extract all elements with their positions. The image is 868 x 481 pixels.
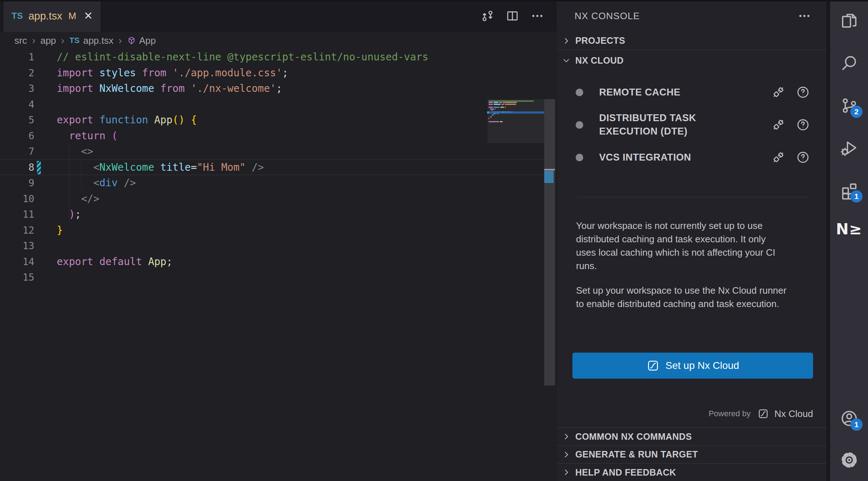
breadcrumb-separator: › [61,35,64,46]
breadcrumb-item-src[interactable]: src [14,35,27,46]
code-line-3[interactable]: 3import NxWelcome from './nx-welcome'; [0,81,428,97]
help-icon[interactable] [796,118,810,132]
panel-title: NX CONSOLE [575,10,640,22]
line-number: 8 [0,162,34,173]
editor-group: TS app.tsx M ✕ src›app›TSapp.tsx›App 1//… [0,0,557,481]
line-number: 4 [0,99,34,110]
line-number: 1 [0,51,34,63]
code-line-4[interactable]: 4 [0,97,428,112]
feature-row-vcs-integration: VCS INTEGRATION [557,145,826,169]
feature-row-remote-cache: REMOTE CACHE [557,80,826,104]
close-tab-icon[interactable]: ✕ [84,10,93,21]
line-number: 12 [0,225,34,236]
line-number: 5 [0,114,34,125]
powered-by-nx-cloud[interactable]: Powered by Nx Cloud [709,406,813,422]
description-paragraph: Your workspace is not currently set up t… [576,219,788,273]
section-label: HELP AND FEEDBACK [575,467,676,478]
activity-item-explorer[interactable] [830,10,868,32]
connect-icon[interactable] [772,85,785,99]
line-number: 15 [0,272,34,283]
chevron-right-icon [562,36,571,46]
chevron-right-icon [562,450,571,459]
activity-item-search[interactable] [830,52,868,74]
chevron-right-icon [562,468,571,477]
line-number: 9 [0,177,34,188]
nx-icon: N≥ [836,220,862,238]
more-actions-icon[interactable] [530,8,545,24]
connect-icon[interactable] [772,150,785,164]
code-line-6[interactable]: 6 return ( [0,128,428,144]
feature-label: DISTRIBUTED TASK EXECUTION (DTE) [599,111,729,138]
activity-item-settings[interactable] [830,449,868,471]
overview-ruler-line [544,169,555,170]
code-line-11[interactable]: 11 ); [0,207,428,222]
code-text: export default App; [57,256,172,268]
breadcrumb-label: src [14,35,27,46]
breadcrumb-label: app.tsx [83,35,113,46]
breadcrumb-item-app-tsx[interactable]: TSapp.tsx [69,35,113,46]
activity-bar: 21N≥1 [830,0,868,481]
code-line-7[interactable]: 7 <> [0,144,428,159]
code-line-10[interactable]: 10 </> [0,191,428,207]
code-text: return ( [57,130,118,142]
code-text: ); [57,208,81,220]
code-text: } [57,224,63,236]
breadcrumb-item-app[interactable]: App [127,35,156,46]
editor-tab-bar: TS app.tsx M ✕ [0,0,557,32]
nx-cloud-description: Your workspace is not currently set up t… [576,219,788,311]
status-bullet [576,89,583,96]
vscode-window: TS app.tsx M ✕ src›app›TSapp.tsx›App 1//… [0,0,868,481]
breadcrumb-label: app [40,35,56,46]
nx-cloud-brand-label: Nx Cloud [774,408,813,420]
powered-by-label: Powered by [709,409,751,418]
feature-actions [772,150,810,164]
activity-item-source-control[interactable]: 2 [830,95,868,116]
setup-nx-cloud-button[interactable]: Set up Nx Cloud [572,353,813,379]
open-changes-icon[interactable] [480,8,495,24]
section-label: NX CLOUD [575,55,624,66]
editor-scrollbar[interactable] [544,99,555,386]
activity-item-run-debug[interactable] [830,137,868,159]
help-icon[interactable] [796,85,810,99]
code-line-1[interactable]: 1// eslint-disable-next-line @typescript… [0,49,428,65]
code-line-8[interactable]: 8 <NxWelcome title="Hi Mom" /> [0,159,428,175]
section-help-and-feedback[interactable]: HELP AND FEEDBACK [557,463,826,481]
overview-ruler-modified-marker [544,171,554,183]
code-lines: 1// eslint-disable-next-line @typescript… [0,49,428,285]
badge-count: 1 [850,418,863,431]
panel-more-actions-icon[interactable] [797,8,812,24]
code-line-9[interactable]: 9 <div /> [0,175,428,191]
activity-item-nx-console[interactable]: N≥ [830,218,868,240]
section-label: PROJECTS [575,35,625,46]
breadcrumb: src›app›TSapp.tsx›App [0,32,557,49]
breadcrumb-label: App [139,35,156,46]
feature-label: VCS INTEGRATION [599,151,729,164]
help-icon[interactable] [796,150,810,164]
connect-icon[interactable] [772,118,785,132]
code-editor[interactable]: 1// eslint-disable-next-line @typescript… [0,49,557,481]
tab-app-tsx[interactable]: TS app.tsx M ✕ [4,0,100,32]
code-line-5[interactable]: 5export function App() { [0,112,428,128]
code-line-2[interactable]: 2import styles from './app.module.css'; [0,65,428,81]
code-line-13[interactable]: 13 [0,238,428,254]
activity-item-account[interactable]: 1 [830,408,868,429]
section-common-nx-commands[interactable]: COMMON NX COMMANDS [557,427,826,446]
code-text: <> [57,145,93,157]
activity-item-extensions[interactable]: 1 [830,179,868,201]
section-projects[interactable]: PROJECTS [557,32,826,50]
files-icon [840,12,859,30]
code-line-15[interactable]: 15 [0,269,428,285]
feature-actions [772,118,810,132]
minimap[interactable] [489,101,544,144]
panel-bottom-sections: COMMON NX COMMANDSGENERATE & RUN TARGETH… [557,427,826,481]
code-line-14[interactable]: 14export default App; [0,254,428,270]
divider [576,197,808,197]
section-generate-run-target[interactable]: GENERATE & RUN TARGET [557,446,826,464]
split-editor-icon[interactable] [505,8,520,24]
code-line-12[interactable]: 12} [0,222,428,238]
section-label: GENERATE & RUN TARGET [575,449,698,460]
breadcrumb-item-app[interactable]: app [40,35,56,46]
section-nx-cloud[interactable]: NX CLOUD [557,50,826,71]
search-icon [840,54,859,73]
feature-row-distributed-task-execution-dte-: DISTRIBUTED TASK EXECUTION (DTE) [557,107,826,142]
